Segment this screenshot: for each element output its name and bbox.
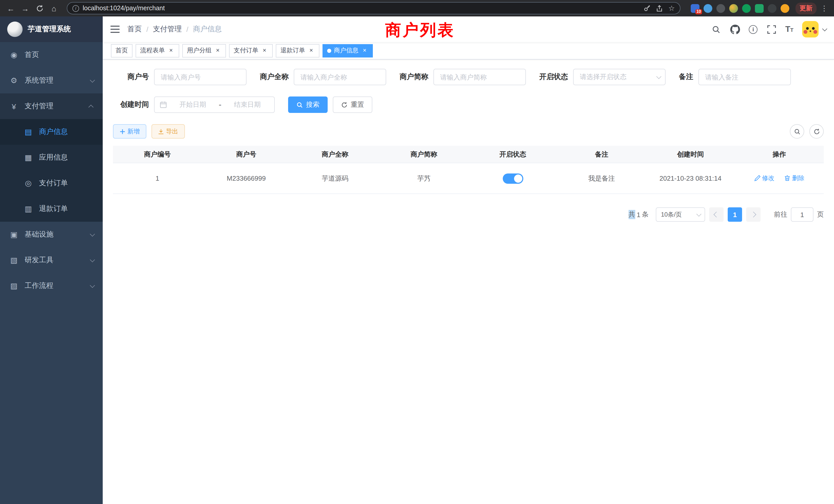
close-icon[interactable]: × — [214, 47, 221, 54]
site-info-icon[interactable]: i — [72, 5, 79, 12]
sidebar-item-label: 首页 — [25, 50, 39, 60]
extension-icon[interactable] — [742, 4, 751, 13]
calendar-icon — [160, 101, 167, 108]
tab-user-group[interactable]: 用户分组 × — [182, 44, 226, 57]
goto-label: 前往 — [774, 210, 787, 219]
chevron-down-icon — [656, 74, 661, 79]
search-icon[interactable] — [711, 24, 721, 35]
extension-icon[interactable] — [717, 4, 725, 13]
password-key-icon[interactable] — [644, 5, 651, 12]
chevron-left-icon — [714, 212, 720, 217]
browser-back-icon[interactable]: ← — [5, 3, 17, 14]
table-header: 商户编号 商户号 商户全称 商户简称 开启状态 备注 创建时间 操作 — [113, 146, 824, 163]
browser-menu-icon[interactable]: ⋮ — [820, 4, 829, 12]
search-button[interactable]: 搜索 — [288, 96, 328, 113]
extension-icon[interactable]: 10 — [691, 4, 699, 13]
merchant-short-input[interactable] — [434, 69, 526, 85]
sidebar-item-label: 支付管理 — [25, 101, 53, 111]
date-range-picker[interactable]: 开始日期 - 结束日期 — [154, 96, 275, 113]
browser-update-button[interactable]: 更新 — [795, 2, 816, 14]
browser-home-icon[interactable]: ⌂ — [48, 3, 60, 14]
share-icon[interactable] — [656, 4, 663, 12]
url-bar[interactable]: i localhost:1024/pay/merchant ☆ — [67, 2, 680, 14]
status-select[interactable]: 请选择开启状态 — [573, 69, 665, 85]
help-icon[interactable]: i — [749, 25, 758, 33]
merchant-no-input[interactable] — [154, 69, 246, 85]
font-size-icon[interactable]: T T — [785, 25, 793, 34]
extension-icon[interactable] — [729, 4, 738, 13]
github-icon[interactable] — [730, 24, 740, 35]
breadcrumb-home[interactable]: 首页 — [127, 25, 142, 34]
sidebar-item-payment[interactable]: ¥ 支付管理 — [0, 93, 103, 119]
extensions-row: 10 — [691, 4, 789, 13]
chevron-down-icon — [90, 282, 95, 288]
tab-process-form[interactable]: 流程表单 × — [136, 44, 179, 57]
refresh-button[interactable] — [809, 124, 824, 139]
sidebar-item-infrastructure[interactable]: ▣ 基础设施 — [0, 222, 103, 247]
extension-badge: 10 — [695, 9, 702, 14]
screen: ← → ⌂ i localhost:1024/pay/merchant — [0, 0, 834, 504]
chevron-down-icon — [90, 77, 95, 83]
sidebar-item-refund-order[interactable]: ▥ 退款订单 — [0, 196, 103, 222]
close-icon[interactable]: × — [361, 47, 368, 54]
cell-full-name: 芋道源码 — [291, 174, 379, 183]
status-toggle[interactable] — [503, 173, 523, 183]
remark-input[interactable] — [698, 69, 791, 85]
reset-button[interactable]: 重置 — [333, 96, 372, 113]
export-button[interactable]: 导出 — [152, 124, 185, 139]
show-search-toggle-button[interactable] — [790, 124, 804, 139]
sidebar-item-system[interactable]: ⚙ 系统管理 — [0, 68, 103, 93]
merchant-name-label: 商户全称 — [260, 72, 289, 82]
extension-icon[interactable] — [755, 4, 764, 13]
sidebar-item-label: 退款订单 — [39, 204, 68, 213]
page-number-button[interactable]: 1 — [728, 207, 742, 222]
extension-icon[interactable] — [704, 4, 712, 13]
add-button[interactable]: 新增 — [113, 124, 146, 139]
sidebar-item-label: 支付订单 — [39, 179, 68, 188]
user-avatar-menu[interactable] — [802, 21, 826, 38]
sidebar-item-app-info[interactable]: ▦ 应用信息 — [0, 145, 103, 170]
tab-merchant-info[interactable]: 商户信息 × — [323, 44, 373, 57]
browser-forward-icon[interactable]: → — [20, 3, 31, 14]
sidebar-item-dev-tools[interactable]: ▧ 研发工具 — [0, 247, 103, 273]
tab-pay-order[interactable]: 支付订单 × — [229, 44, 273, 57]
close-icon[interactable]: × — [261, 47, 268, 54]
close-icon[interactable]: × — [308, 47, 315, 54]
card-icon: ▤ — [24, 127, 33, 137]
tab-refund-order[interactable]: 退款订单 × — [276, 44, 320, 57]
chevron-down-icon — [90, 257, 95, 262]
next-page-button[interactable] — [746, 207, 761, 222]
tab-home[interactable]: 首页 — [111, 44, 132, 57]
close-icon[interactable]: × — [168, 47, 175, 54]
extension-icon[interactable] — [768, 4, 776, 13]
cell-actions: 修改 删除 — [735, 174, 824, 183]
sidebar-item-home[interactable]: ◉ 首页 — [0, 42, 103, 68]
sidebar-item-merchant-info[interactable]: ▤ 商户信息 — [0, 119, 103, 145]
order-icon: ◎ — [24, 179, 33, 188]
prev-page-button[interactable] — [709, 207, 724, 222]
fullscreen-icon[interactable] — [766, 24, 776, 35]
merchant-name-input[interactable] — [294, 69, 386, 85]
create-time-label: 创建时间 — [113, 100, 149, 109]
bookmark-star-icon[interactable]: ☆ — [668, 4, 675, 12]
extension-icon[interactable] — [781, 4, 789, 13]
sidebar-item-workflow[interactable]: ▨ 工作流程 — [0, 273, 103, 299]
delete-link[interactable]: 删除 — [785, 174, 805, 183]
cell-status — [468, 173, 557, 183]
sidebar-item-label: 应用信息 — [39, 153, 68, 162]
page-size-select[interactable]: 10条/页 — [656, 207, 705, 222]
sidebar-item-label: 商户信息 — [39, 127, 68, 137]
sidebar-logo[interactable]: 芋道管理系统 — [0, 17, 103, 42]
cell-merchant-no: M233666999 — [202, 175, 291, 182]
end-date-placeholder: 结束日期 — [225, 100, 269, 109]
chevron-down-icon — [90, 231, 95, 236]
goto-page-input[interactable] — [791, 207, 813, 222]
browser-reload-icon[interactable] — [34, 3, 45, 14]
dashboard-icon: ◉ — [9, 50, 19, 60]
sidebar-item-pay-order[interactable]: ◎ 支付订单 — [0, 170, 103, 196]
breadcrumb-payment[interactable]: 支付管理 — [153, 25, 182, 34]
url-text[interactable]: localhost:1024/pay/merchant — [83, 5, 640, 12]
collapse-sidebar-button[interactable] — [103, 17, 127, 42]
edit-link[interactable]: 修改 — [754, 174, 774, 183]
breadcrumb-separator: / — [186, 25, 189, 33]
